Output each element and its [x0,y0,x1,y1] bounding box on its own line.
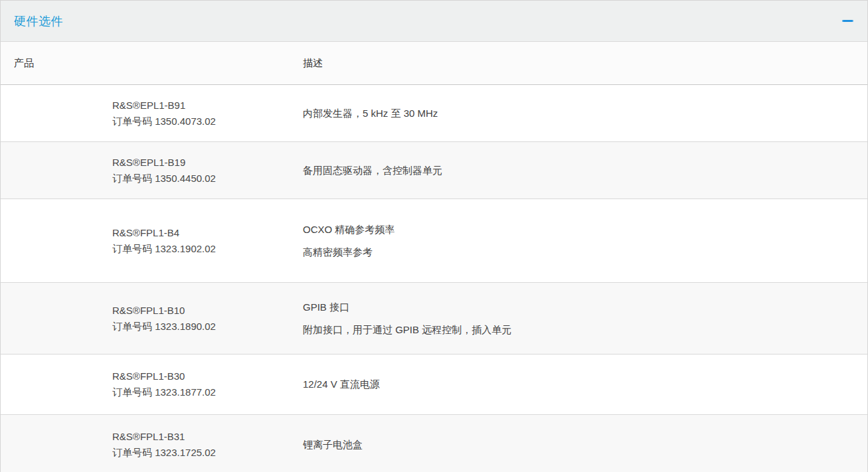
product-order-number: 订单号码 1323.1877.02 [112,384,303,400]
table-row: R&S®FPL1-B10 订单号码 1323.1890.02 GPIB 接口附加… [1,283,867,354]
description-line: 12/24 V 直流电源 [303,379,867,390]
product-cell: R&S®FPL1-B30 订单号码 1323.1877.02 [112,368,303,400]
description-cell: 备用固态驱动器，含控制器单元 [303,165,867,176]
product-cell: R&S®FPL1-B4 订单号码 1323.1902.02 [112,225,303,257]
description-cell: 12/24 V 直流电源 [303,379,867,390]
product-name: R&S®FPL1-B31 [112,429,303,445]
product-order-number: 订单号码 1350.4450.02 [112,171,303,187]
section-title: 硬件选件 [14,13,63,29]
description-cell: 内部发生器，5 kHz 至 30 MHz [303,108,867,119]
product-order-number: 订单号码 1350.4073.02 [112,114,303,129]
product-name: R&S®EPL1-B91 [112,98,303,114]
table-header-row: 产品 描述 [1,42,867,85]
product-cell: R&S®FPL1-B10 订单号码 1323.1890.02 [112,303,303,335]
table-body: R&S®EPL1-B91 订单号码 1350.4073.02 内部发生器，5 k… [1,85,867,472]
product-cell: R&S®FPL1-B31 订单号码 1323.1725.02 [112,429,303,461]
minus-icon [842,20,853,22]
product-cell: R&S®EPL1-B19 订单号码 1350.4450.02 [112,155,303,187]
product-order-number: 订单号码 1323.1725.02 [112,445,303,461]
description-cell: OCXO 精确参考频率高精密频率参考 [303,224,867,258]
product-name: R&S®EPL1-B19 [112,155,303,171]
product-name: R&S®FPL1-B30 [112,368,303,384]
table-row: R&S®EPL1-B19 订单号码 1350.4450.02 备用固态驱动器，含… [1,142,867,199]
description-line: GPIB 接口 [303,302,867,313]
product-name: R&S®FPL1-B4 [112,225,303,241]
description-line: OCXO 精确参考频率 [303,224,867,235]
product-order-number: 订单号码 1323.1902.02 [112,241,303,257]
description-line: 备用固态驱动器，含控制器单元 [303,165,867,176]
collapse-button[interactable] [839,13,855,29]
table-row: R&S®EPL1-B91 订单号码 1350.4073.02 内部发生器，5 k… [1,85,867,142]
table-row: R&S®FPL1-B31 订单号码 1323.1725.02 锂离子电池盒 [1,415,867,472]
column-header-product: 产品 [14,57,303,70]
description-line: 附加接口，用于通过 GPIB 远程控制，插入单元 [303,325,867,335]
product-cell: R&S®EPL1-B91 订单号码 1350.4073.02 [112,98,303,129]
product-order-number: 订单号码 1323.1890.02 [112,319,303,335]
table-row: R&S®FPL1-B30 订单号码 1323.1877.02 12/24 V 直… [1,354,867,415]
section-header-hardware-options[interactable]: 硬件选件 [1,1,867,42]
table-row: R&S®FPL1-B4 订单号码 1323.1902.02 OCXO 精确参考频… [1,199,867,283]
description-line: 锂离子电池盒 [303,439,867,450]
description-cell: 锂离子电池盒 [303,439,867,450]
product-name: R&S®FPL1-B10 [112,303,303,319]
hardware-options-panel: 硬件选件 产品 描述 R&S®EPL1-B91 订单号码 1350.4073.0… [0,0,868,472]
description-line: 高精密频率参考 [303,247,867,258]
column-header-description: 描述 [303,57,867,70]
description-cell: GPIB 接口附加接口，用于通过 GPIB 远程控制，插入单元 [303,302,867,335]
description-line: 内部发生器，5 kHz 至 30 MHz [303,108,867,119]
